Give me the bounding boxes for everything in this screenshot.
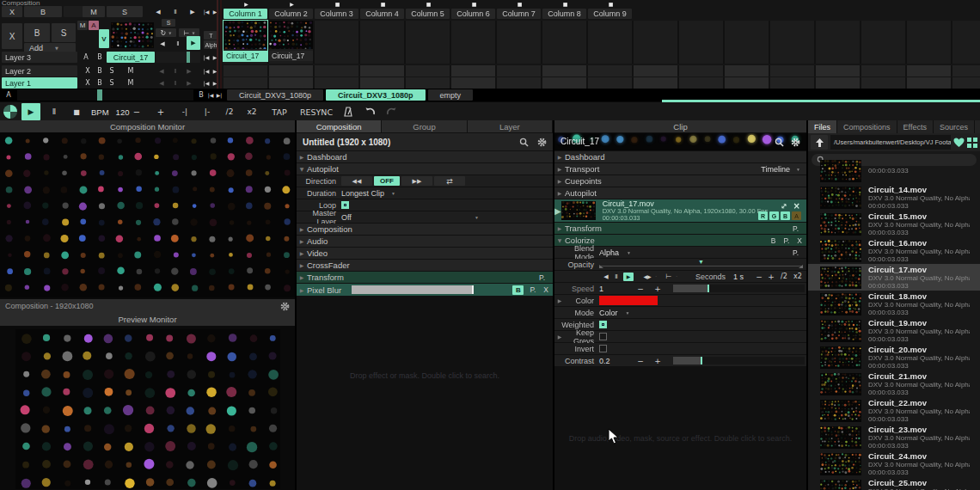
transform-param-button[interactable]: P. <box>793 224 799 233</box>
nudge-down-button[interactable]: -| <box>175 103 194 120</box>
direction-random-button[interactable]: ⇄ <box>434 176 465 186</box>
layer-x-button[interactable]: X <box>83 65 93 77</box>
crossfader-b-label[interactable]: B <box>196 89 206 101</box>
layer-v-button[interactable]: V <box>99 29 109 48</box>
layer-back-icon[interactable]: ◀ <box>156 77 168 89</box>
speed-slider[interactable] <box>673 285 805 292</box>
layer-name[interactable]: Layer 2 <box>2 65 77 77</box>
panel-tab[interactable]: Group <box>382 120 466 132</box>
layer-pause-icon[interactable]: Ⅱ <box>169 77 181 89</box>
layer3-name[interactable]: Layer 3 <box>2 52 77 63</box>
up-folder-button[interactable] <box>811 135 828 150</box>
layer-x-button[interactable]: X <box>83 77 93 89</box>
bpm-display[interactable]: BPM120 <box>91 103 129 120</box>
layer-back-icon[interactable]: ◀ <box>156 39 169 49</box>
pixel-blur-param-button[interactable]: P. <box>530 285 536 294</box>
clip-row-layer1[interactable] <box>224 77 980 89</box>
timeline-units-label[interactable]: Seconds <box>695 273 726 281</box>
section-autopilot[interactable]: ▼Autopilot <box>297 163 553 175</box>
preview-monitor-header[interactable]: Preview Monitor <box>0 313 295 326</box>
colorize-mode-dropdown[interactable]: Color▼ <box>599 309 629 317</box>
clip-file-block[interactable]: ▶ Circuit_17.mov DXV 3.0 Normal Quality,… <box>554 199 806 222</box>
play-button[interactable]: ▶ <box>623 273 634 281</box>
bpm-minus-button[interactable]: − <box>127 103 146 120</box>
file-row[interactable]: Circuit_21.mov DXV 3.0 Normal Quality, N… <box>808 371 980 397</box>
channel-button[interactable]: R <box>758 211 768 220</box>
section-transport[interactable]: ▶TransportTimeline▼ <box>554 163 806 175</box>
composition-bypass-button[interactable]: B <box>24 6 62 17</box>
file-row[interactable]: Circuit_22.mov DXV 3.0 Normal Quality, N… <box>808 397 980 424</box>
pixel-blur-remove-button[interactable]: X <box>543 285 548 294</box>
column-header[interactable]: Column 5 <box>406 9 450 19</box>
bpm-half-button[interactable]: /2 <box>220 103 239 120</box>
channel-button[interactable]: A <box>792 211 801 220</box>
blend-param-button[interactable]: P. <box>793 248 799 257</box>
bpm-double-button[interactable]: x2 <box>242 103 261 120</box>
layer-solo-button[interactable]: S <box>52 23 76 42</box>
layer-back-icon[interactable]: ◀ <box>156 65 168 77</box>
pixel-blur-slider[interactable] <box>352 285 474 294</box>
column-header[interactable]: Column 1 <box>224 9 267 19</box>
colorize-remove-button[interactable]: X <box>797 236 802 245</box>
column-trigger-icon[interactable]: ■ <box>588 0 634 8</box>
path-dropdown[interactable]: /Users/markbuitenwerf/Desktop/VJ Footage… <box>830 135 951 150</box>
contrast-plus-button[interactable]: + <box>649 357 666 365</box>
column-trigger-icon[interactable]: ■ <box>315 0 360 8</box>
contrast-value[interactable]: 0.2 <box>599 357 632 365</box>
composition-x-button[interactable]: X <box>2 6 22 17</box>
layer3-position-track[interactable] <box>156 52 200 63</box>
contrast-minus-button[interactable]: − <box>632 357 649 365</box>
file-row[interactable]: Circuit_20.mov DXV 3.0 Normal Quality, N… <box>808 344 980 371</box>
search-icon[interactable] <box>775 138 784 147</box>
crossfader-slider[interactable] <box>17 89 193 101</box>
duration-half-button[interactable]: /2 <box>777 273 791 280</box>
pause-button[interactable]: Ⅱ <box>45 103 64 120</box>
section-transform[interactable]: ▶TransformP. <box>554 223 806 234</box>
composition-pause-icon[interactable]: Ⅱ <box>168 6 182 17</box>
weighted-checkbox[interactable] <box>599 321 607 328</box>
view-grid-icon[interactable] <box>967 138 977 148</box>
layer3-active-clip-name[interactable]: Circuit_17 <box>107 52 155 63</box>
collapsed-section[interactable]: ▶CrossFader <box>297 260 553 271</box>
layer-bypass-button[interactable]: B <box>95 65 105 77</box>
deck-button[interactable]: Circuit_DXV3_1080p <box>227 89 323 101</box>
composition-monitor-header[interactable]: Composition Monitor <box>0 120 295 132</box>
color-swatch[interactable] <box>599 296 658 305</box>
column-header[interactable]: Column 7 <box>497 9 541 19</box>
speed-plus-button[interactable]: + <box>649 285 666 293</box>
panel-divider[interactable] <box>553 120 554 490</box>
transform-param-button[interactable]: P. <box>539 273 545 282</box>
redo-icon[interactable] <box>385 106 397 118</box>
blend-mode-dropdown[interactable]: Alpha▼ <box>599 248 631 257</box>
layer-x-button[interactable]: X <box>2 23 22 49</box>
layer-m-button[interactable]: M <box>77 21 88 30</box>
layer-s-small-button[interactable]: S <box>162 19 175 27</box>
column-trigger-icon[interactable]: ■ <box>497 0 542 8</box>
tap-button[interactable]: TAP <box>266 103 292 120</box>
gear-icon[interactable] <box>537 138 547 147</box>
layer-solo-button[interactable]: S <box>107 77 117 89</box>
monitor-gear-icon[interactable] <box>280 302 290 311</box>
resync-button[interactable]: RESYNC <box>297 103 336 120</box>
composition-m-button[interactable]: M <box>83 6 105 17</box>
back-icon[interactable]: ◀ <box>601 273 611 280</box>
column-trigger-icon[interactable]: ■ <box>542 0 588 8</box>
direction-off-button[interactable]: OFF <box>374 176 400 186</box>
opacity-slider[interactable]: ▼ <box>599 259 803 270</box>
column-trigger-icon[interactable]: ▶ <box>224 0 269 8</box>
file-row[interactable]: Circuit_17.mov DXV 3.0 Normal Quality, N… <box>808 264 980 291</box>
clip-slot[interactable]: Circuit_17 <box>269 21 313 61</box>
layer3-b-label[interactable]: B <box>95 52 105 63</box>
layer-loop-mode-button[interactable]: ↻▼ <box>156 28 176 37</box>
clip-row-layer2[interactable] <box>224 65 980 77</box>
column-trigger-icon[interactable]: ■ <box>406 0 451 8</box>
keep-greys-checkbox[interactable] <box>599 333 607 340</box>
gear-icon[interactable] <box>791 138 800 147</box>
direction-backward-button[interactable]: ◀◀ <box>341 176 372 186</box>
pixel-blur-bypass-button[interactable]: B <box>512 285 524 295</box>
panel-tab[interactable]: Composition <box>297 120 381 132</box>
channel-button[interactable]: G <box>769 211 779 220</box>
speed-minus-button[interactable]: − <box>632 285 649 293</box>
play-button[interactable]: ▶ <box>21 103 40 120</box>
layer-m-button[interactable]: M <box>126 77 136 89</box>
